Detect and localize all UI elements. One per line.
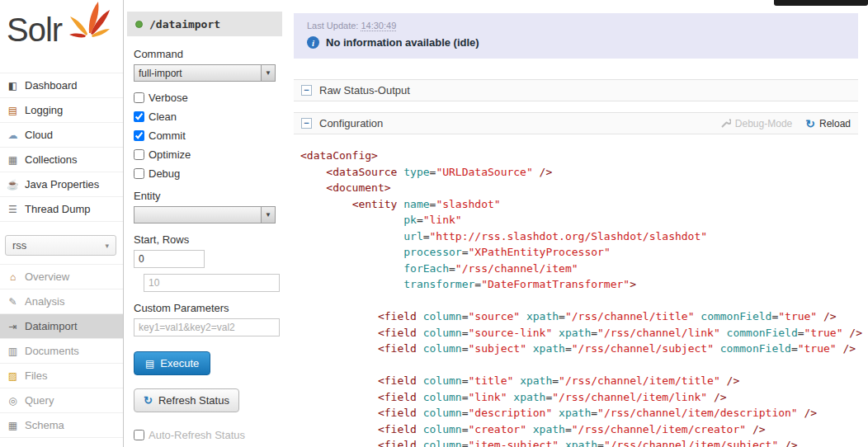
top-right-dark-strip — [774, 0, 868, 6]
debug-mode-toggle[interactable]: Debug-Mode — [720, 118, 792, 129]
sidebar-item-label: Collections — [25, 153, 78, 166]
java-icon — [7, 179, 19, 191]
documents-icon — [7, 346, 19, 357]
checkbox-row-commit[interactable]: Commit — [134, 129, 276, 142]
configuration-title: Configuration — [319, 117, 383, 129]
execute-icon — [145, 357, 154, 369]
custom-parameters-label: Custom Parameters — [134, 302, 276, 314]
execute-button[interactable]: Execute — [134, 351, 210, 375]
reload-button[interactable]: ↻ Reload — [805, 117, 851, 130]
dataimport-icon — [7, 321, 19, 332]
solr-flame-icon — [68, 0, 110, 43]
collapse-icon[interactable] — [301, 85, 312, 96]
thread-dump-icon — [7, 204, 19, 215]
checkbox-label: Optimize — [149, 148, 191, 161]
sidebar-item-thread-dump[interactable]: Thread Dump — [0, 197, 123, 222]
config-xml: <dataConfig> <dataSource type="URLDataSo… — [300, 148, 858, 447]
files-icon — [7, 370, 19, 382]
dataimport-form-panel: /dataimport Command full-import ▼ Verbos… — [124, 0, 285, 447]
optimize-checkbox[interactable] — [134, 149, 144, 160]
rows-input[interactable] — [144, 274, 280, 292]
overview-icon — [7, 271, 19, 283]
configuration-section-header[interactable]: Configuration Debug-Mode ↻ Reload — [294, 112, 858, 134]
sidebar-item-label: Dashboard — [25, 79, 78, 92]
configuration-controls: Debug-Mode ↻ Reload — [720, 117, 851, 130]
core-item-query[interactable]: Query — [0, 388, 123, 413]
solr-logo: Solr — [0, 0, 123, 73]
last-update-line: Last Update: 14:30:49 — [307, 21, 845, 31]
core-item-documents[interactable]: Documents — [0, 339, 123, 364]
raw-status-title: Raw Status-Output — [319, 84, 410, 96]
wrench-icon — [720, 118, 731, 129]
last-update-time: 14:30:49 — [361, 21, 396, 31]
sidebar-item-label: Logging — [25, 104, 63, 116]
query-icon — [7, 395, 19, 407]
custom-parameters-input[interactable] — [134, 318, 280, 336]
status-message: No information available (idle) — [326, 36, 479, 49]
sidebar-item-label: Cloud — [25, 129, 53, 141]
checkbox-row-clean[interactable]: Clean — [134, 111, 276, 123]
core-item-dataimport[interactable]: Dataimport — [0, 314, 123, 339]
entity-select[interactable]: ▼ — [134, 206, 276, 224]
sidebar-item-cloud[interactable]: Cloud — [0, 123, 123, 148]
checkbox-label: Commit — [149, 129, 186, 142]
core-item-files[interactable]: Files — [0, 364, 123, 388]
checkbox-row-optimize[interactable]: Optimize — [134, 148, 276, 161]
sidebar-item-label: Thread Dump — [25, 203, 90, 215]
solr-admin-app: Solr Dashboard Logging — [0, 0, 868, 447]
execute-button-label: Execute — [160, 357, 199, 369]
sidebar: Solr Dashboard Logging — [0, 0, 124, 447]
handler-path: /dataimport — [149, 18, 220, 31]
verbose-checkbox[interactable] — [134, 92, 144, 103]
collapse-icon[interactable] — [301, 118, 312, 129]
analysis-icon — [7, 296, 19, 308]
logging-icon — [7, 105, 19, 116]
start-input[interactable] — [134, 250, 205, 268]
checkbox-row-verbose[interactable]: Verbose — [134, 92, 276, 104]
clean-checkbox[interactable] — [134, 111, 144, 122]
debug-checkbox[interactable] — [134, 168, 144, 179]
form-body: Command full-import ▼ Verbose Clean Comm… — [124, 36, 285, 441]
sidebar-item-logging[interactable]: Logging — [0, 98, 123, 123]
refresh-icon: ↻ — [144, 394, 153, 407]
chevron-down-icon: ▼ — [261, 65, 275, 81]
checkbox-label: Verbose — [149, 92, 188, 104]
collections-icon — [7, 154, 19, 166]
checkbox-label: Debug — [149, 167, 180, 180]
checkbox-row-debug[interactable]: Debug — [134, 167, 276, 180]
reload-label: Reload — [819, 118, 851, 129]
sidebar-item-java-properties[interactable]: Java Properties — [0, 172, 123, 197]
info-icon: i — [307, 36, 319, 49]
solr-logo-text: Solr — [7, 12, 62, 48]
core-item-overview[interactable]: Overview — [0, 264, 123, 289]
refresh-status-button[interactable]: ↻ Refresh Status — [134, 388, 239, 412]
schema-icon — [7, 420, 19, 431]
sidebar-item-dashboard[interactable]: Dashboard — [0, 73, 123, 98]
core-item-label: Schema — [25, 419, 64, 431]
main-menu: Dashboard Logging Cloud Collections Java… — [0, 73, 123, 222]
command-select-value: full-import — [134, 68, 261, 79]
sidebar-item-collections[interactable]: Collections — [0, 148, 123, 172]
chevron-down-icon: ▼ — [261, 207, 275, 223]
status-info-box: Last Update: 14:30:49 i No information a… — [294, 13, 858, 59]
core-selector-value: rss — [12, 239, 26, 252]
sidebar-item-label: Java Properties — [25, 178, 99, 191]
auto-refresh-label: Auto-Refresh Status — [149, 429, 245, 441]
core-item-analysis[interactable]: Analysis — [0, 289, 123, 314]
core-item-schema[interactable]: Schema — [0, 413, 123, 438]
raw-status-section-header[interactable]: Raw Status-Output — [294, 79, 858, 101]
start-rows-label: Start, Rows — [134, 233, 276, 246]
cloud-icon — [7, 129, 19, 141]
auto-refresh-row[interactable]: Auto-Refresh Status — [134, 429, 276, 441]
status-dot-icon — [135, 21, 143, 28]
dashboard-icon — [7, 80, 19, 92]
auto-refresh-checkbox[interactable] — [134, 430, 144, 440]
command-select[interactable]: full-import ▼ — [134, 64, 276, 82]
commit-checkbox[interactable] — [134, 130, 144, 141]
core-selector-dropdown[interactable]: rss ▾ — [5, 235, 116, 256]
core-item-label: Files — [25, 369, 47, 382]
debug-mode-label: Debug-Mode — [735, 118, 792, 129]
core-item-label: Analysis — [25, 295, 64, 308]
status-line: i No information available (idle) — [307, 36, 845, 49]
main-content: Last Update: 14:30:49 i No information a… — [285, 0, 868, 447]
